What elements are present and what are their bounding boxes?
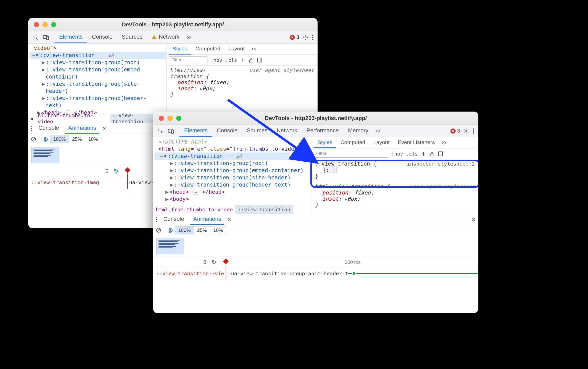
- error-count[interactable]: ✕ 3: [290, 34, 299, 40]
- timeline-tick-250: 250 ms: [345, 259, 361, 265]
- toggle-cls-button[interactable]: .cls: [406, 151, 418, 157]
- play-pause-button[interactable]: [44, 137, 48, 142]
- crumb-html[interactable]: html.from-thumbs.to-video: [153, 205, 235, 214]
- computed-tab[interactable]: Computed: [336, 137, 369, 148]
- crumb-html[interactable]: nl.from-thumbs.to-video: [35, 114, 110, 123]
- animation-group-card[interactable]: [31, 147, 59, 163]
- main-menu-button[interactable]: [473, 128, 474, 134]
- styles-tab[interactable]: Styles: [169, 44, 191, 55]
- more-styles-tabs[interactable]: [249, 44, 259, 55]
- close-drawer-tab-button[interactable]: ✕: [102, 126, 106, 131]
- tab-elements[interactable]: Elements: [55, 31, 87, 43]
- drawer-console-tab[interactable]: Console: [35, 123, 62, 134]
- svg-rect-9: [249, 60, 253, 62]
- animation-group-card[interactable]: [156, 238, 184, 254]
- style-rule[interactable]: user agent stylesheethtml::view- transit…: [166, 66, 318, 99]
- layout-tab[interactable]: Layout: [369, 137, 394, 148]
- main-menu-button[interactable]: [312, 35, 313, 40]
- replay-button[interactable]: ↻: [114, 168, 118, 175]
- stylesheet-source-link[interactable]: inspector-stylesheet:2: [407, 161, 475, 167]
- styles-filter-input[interactable]: Filter: [169, 56, 207, 64]
- layout-tab[interactable]: Layout: [224, 44, 249, 55]
- computed-sidebar-button[interactable]: [257, 58, 262, 63]
- styles-panel[interactable]: Styles Computed Layout Filter :hov .cls …: [166, 44, 318, 123]
- drawer-menu-button[interactable]: [31, 126, 32, 131]
- devtools-window-2: DevTools - http203-playlist.netlify.app/…: [153, 112, 478, 313]
- speed-10-button[interactable]: 10%: [210, 226, 226, 234]
- ua-style-rule[interactable]: user agent stylesheethtml::view-transiti…: [311, 182, 478, 210]
- drawer-tabstrip: Console Animations ✕ ✕: [153, 214, 478, 225]
- tab-elements[interactable]: Elements: [180, 125, 212, 137]
- tab-network[interactable]: Network: [147, 31, 184, 43]
- speed-100-button[interactable]: 100%: [50, 135, 69, 143]
- new-property-editor[interactable]: |: ;: [322, 167, 336, 173]
- inspector-stylesheet-rule[interactable]: inspector-stylesheet:2::view-transition …: [311, 159, 478, 181]
- styles-tab[interactable]: Styles: [313, 137, 336, 148]
- styles-panel[interactable]: Styles Computed Layout Event Listeners F…: [311, 137, 478, 214]
- dom-node-view-transition[interactable]: ⋯▼::view-transition == $0: [30, 52, 166, 59]
- toggle-rendering-emulations-button[interactable]: [248, 58, 254, 63]
- elements-panel[interactable]: video"> ⋯▼::view-transition == $0 ▶::vie…: [28, 44, 166, 123]
- svg-rect-4: [154, 38, 154, 38]
- inspect-element-icon[interactable]: [31, 31, 41, 43]
- scroll-left-icon[interactable]: ◀: [28, 115, 35, 122]
- close-drawer-button[interactable]: ✕: [471, 216, 476, 223]
- more-styles-tabs[interactable]: [439, 137, 449, 148]
- titlebar[interactable]: DevTools - http203-playlist.netlify.app/: [153, 112, 478, 125]
- new-style-rule-button[interactable]: [421, 151, 426, 156]
- drawer-console-tab[interactable]: Console: [160, 214, 187, 225]
- svg-point-12: [31, 126, 32, 127]
- replay-button[interactable]: ↻: [212, 259, 216, 266]
- svg-rect-26: [438, 152, 443, 156]
- computed-tab[interactable]: Computed: [191, 44, 224, 55]
- playhead-marker[interactable]: [125, 167, 131, 173]
- device-toolbar-icon[interactable]: [41, 31, 51, 43]
- timeline-ruler[interactable]: 0 ↻ 250 ms: [153, 257, 478, 267]
- close-drawer-tab-button[interactable]: ✕: [227, 217, 231, 222]
- toggle-rendering-emulations-button[interactable]: [429, 151, 435, 156]
- tab-network[interactable]: Network: [272, 125, 302, 137]
- clear-button[interactable]: [156, 227, 161, 233]
- tab-sources[interactable]: Sources: [242, 125, 272, 137]
- titlebar[interactable]: DevTools - http203-playlist.netlify.app/: [28, 18, 318, 31]
- event-listeners-tab[interactable]: Event Listeners: [394, 137, 439, 148]
- playhead-marker[interactable]: [223, 258, 229, 264]
- speed-25-button[interactable]: 25%: [69, 135, 85, 143]
- drawer-menu-button[interactable]: [156, 217, 157, 222]
- toggle-hover-button[interactable]: :hov: [391, 151, 403, 157]
- styles-filter-input[interactable]: Filter: [314, 150, 388, 158]
- toggle-cls-button[interactable]: .cls: [225, 57, 237, 63]
- device-toolbar-icon[interactable]: [166, 125, 176, 137]
- speed-25-button[interactable]: 25%: [194, 226, 210, 234]
- tab-sources[interactable]: Sources: [117, 31, 147, 43]
- toggle-hover-button[interactable]: :hov: [211, 57, 222, 63]
- more-tabs-button[interactable]: [373, 125, 383, 137]
- dom-node-view-transition[interactable]: ⋯▼::view-transition == $0: [155, 153, 311, 160]
- svg-point-13: [31, 128, 32, 129]
- settings-button[interactable]: [303, 35, 308, 40]
- inspect-element-icon[interactable]: [156, 125, 166, 137]
- tab-memory[interactable]: Memory: [343, 125, 373, 137]
- tab-console[interactable]: Console: [212, 125, 242, 137]
- breadcrumb[interactable]: html.from-thumbs.to-video ::view-transit…: [153, 205, 311, 214]
- speed-100-button[interactable]: 100%: [175, 226, 194, 234]
- clear-button[interactable]: [31, 136, 36, 142]
- error-count[interactable]: ✕ 3: [450, 128, 460, 134]
- new-style-rule-button[interactable]: [240, 58, 245, 63]
- speed-10-button[interactable]: 10%: [85, 135, 101, 143]
- computed-sidebar-button[interactable]: [438, 151, 443, 156]
- crumb-view-transition[interactable]: ::view-transition: [235, 205, 293, 214]
- tab-console[interactable]: Console: [87, 31, 117, 43]
- svg-point-8: [312, 39, 313, 40]
- drawer-animations-tab[interactable]: Animations: [65, 123, 99, 134]
- animation-groups-strip[interactable]: [153, 235, 478, 257]
- play-pause-button[interactable]: [169, 228, 173, 233]
- elements-panel[interactable]: <!DOCTYPE html> <html lang="en" class="f…: [153, 137, 311, 214]
- breadcrumb[interactable]: ◀ nl.from-thumbs.to-video ::view-transit…: [28, 114, 166, 123]
- tab-performance[interactable]: Performance: [302, 125, 343, 137]
- settings-button[interactable]: [464, 128, 469, 134]
- svg-point-24: [473, 132, 474, 134]
- drawer-animations-tab[interactable]: Animations: [190, 214, 224, 225]
- animation-track-row[interactable]: ::view-transition::vie -ua-view-transiti…: [153, 267, 478, 279]
- more-tabs-button[interactable]: [184, 31, 194, 43]
